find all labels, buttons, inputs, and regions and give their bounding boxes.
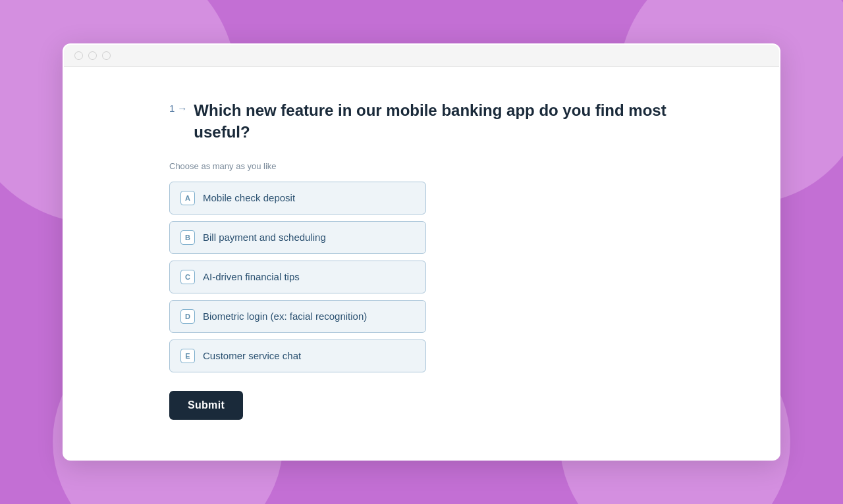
instruction-text: Choose as many as you like: [169, 161, 674, 171]
browser-titlebar: [64, 45, 779, 67]
option-b-label: Bill payment and scheduling: [203, 232, 326, 243]
traffic-light-minimize: [88, 51, 97, 60]
option-c-label: AI-driven financial tips: [203, 271, 300, 282]
question-number-digit: 1: [169, 103, 175, 114]
question-number: 1 →: [169, 103, 187, 114]
submit-button[interactable]: Submit: [169, 391, 243, 420]
question-text: Which new feature in our mobile banking …: [194, 100, 674, 143]
question-header: 1 → Which new feature in our mobile bank…: [169, 100, 674, 143]
option-c[interactable]: C AI-driven financial tips: [169, 261, 426, 293]
option-b[interactable]: B Bill payment and scheduling: [169, 221, 426, 254]
options-list: A Mobile check deposit B Bill payment an…: [169, 182, 674, 372]
option-a-label: Mobile check deposit: [203, 192, 295, 203]
option-d-label: Biometric login (ex: facial recognition): [203, 311, 367, 322]
option-b-key: B: [180, 230, 195, 245]
option-d-key: D: [180, 309, 195, 324]
option-d[interactable]: D Biometric login (ex: facial recognitio…: [169, 300, 426, 333]
option-e-key: E: [180, 349, 195, 363]
option-a[interactable]: A Mobile check deposit: [169, 182, 426, 214]
option-e[interactable]: E Customer service chat: [169, 340, 426, 372]
option-a-key: A: [180, 191, 195, 205]
option-c-key: C: [180, 270, 195, 284]
browser-content: 1 → Which new feature in our mobile bank…: [64, 67, 779, 459]
question-arrow-icon: →: [177, 103, 187, 114]
traffic-light-maximize: [102, 51, 111, 60]
option-e-label: Customer service chat: [203, 350, 301, 361]
traffic-light-close: [74, 51, 83, 60]
browser-window: 1 → Which new feature in our mobile bank…: [63, 43, 780, 461]
